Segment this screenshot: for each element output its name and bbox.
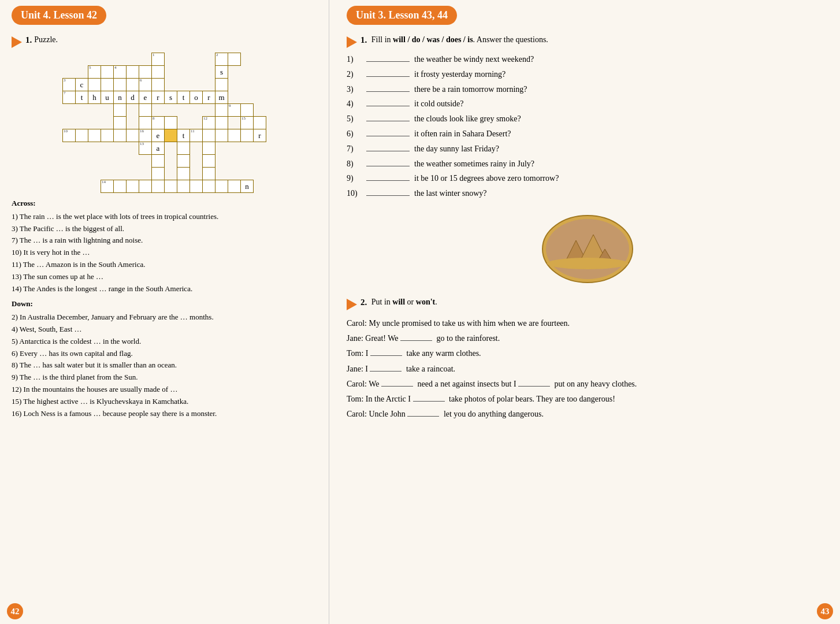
carol2-text3: put on any heavy clothes. — [552, 377, 637, 391]
down-clue-4: 4) West, South, East … — [12, 324, 317, 336]
page-container: Unit 4. Lesson 42 1. Puzzle. 1 — [0, 0, 840, 624]
q-num-5: 5) — [347, 112, 364, 126]
tom1-text: Tom: I — [347, 346, 370, 361]
jane1-blank[interactable] — [400, 332, 432, 341]
q-text-10: the last winter snowy? — [414, 187, 487, 200]
q-num-1: 1) — [347, 53, 364, 66]
clues-section: Across: 1) The rain … is the wet place w… — [12, 198, 317, 419]
image-area — [347, 209, 828, 289]
right-unit-header: Unit 3. Lesson 43, 44 — [347, 6, 457, 25]
exercise1-title: 1. Puzzle. — [12, 35, 317, 48]
questions-grid: 1) the weather be windy next weekend? 2)… — [347, 53, 828, 200]
q-blank-3[interactable] — [366, 83, 410, 92]
q-row-3: 3) there be a rain tomorrow morning? — [347, 83, 828, 96]
q-text-4: it cold outside? — [414, 97, 464, 111]
q-text-6: it often rain in Sahara Desert? — [414, 127, 511, 141]
tom2-blank[interactable] — [413, 392, 445, 402]
arrow-icon-right-2 — [347, 299, 357, 310]
q-row-8: 8) the weather sometimes rainy in July? — [347, 157, 828, 171]
q-text-5: the clouds look like grey smoke? — [414, 112, 521, 126]
q-blank-4[interactable] — [366, 97, 410, 106]
tom2-text: Tom: In the Arctic I — [347, 392, 413, 406]
exercise1-right-title: 1. Fill in will / do / was / does / is. … — [347, 35, 828, 48]
carol2-text2: need a net against insects but I — [415, 377, 518, 391]
exercise1-number: 1. — [25, 35, 32, 45]
q-row-5: 5) the clouds look like grey smoke? — [347, 112, 828, 126]
dialogue-line-jane1: Jane: Great! We go to the rainforest. — [347, 331, 828, 346]
q-blank-5[interactable] — [366, 112, 410, 121]
carol2-text: Carol: We — [347, 377, 381, 391]
q-blank-10[interactable] — [366, 187, 410, 196]
tom1-blank[interactable] — [370, 347, 402, 356]
q-num-2: 2) — [347, 68, 364, 81]
q-text-8: the weather sometimes rainy in July? — [414, 157, 534, 171]
q-blank-8[interactable] — [366, 157, 410, 166]
tom1-text2: take any warm clothes. — [404, 346, 481, 361]
left-page: Unit 4. Lesson 42 1. Puzzle. 1 — [0, 0, 329, 624]
dialogue-line-jane2: Jane: I take a raincoat. — [347, 362, 828, 376]
q-num-10: 10) — [347, 187, 364, 200]
q-blank-7[interactable] — [366, 142, 410, 151]
q-num-3: 3) — [347, 83, 364, 96]
down-clue-12: 12) In the mountains the houses are usua… — [12, 384, 317, 396]
jane1-text: Jane: Great! We — [347, 331, 400, 346]
svg-point-5 — [547, 258, 628, 269]
exercise1-right-intro: Fill in will / do / was / does / is. Ans… — [369, 35, 548, 44]
down-clue-2: 2) In Australia December, January and Fe… — [12, 311, 317, 324]
q-blank-2[interactable] — [366, 68, 410, 77]
q-row-9: 9) it be 10 or 15 degrees above zero tom… — [347, 172, 828, 185]
down-clue-16: 16) Loch Ness is a famous … because peop… — [12, 408, 317, 420]
arrow-icon-1 — [12, 36, 22, 48]
q-row-4: 4) it cold outside? — [347, 97, 828, 111]
dialogue-line-carol1: Carol: My uncle promised to take us with… — [347, 316, 828, 330]
dialogue-line-carol2: Carol: We need a net against insects but… — [347, 377, 828, 391]
left-unit-header: Unit 4. Lesson 42 — [12, 6, 106, 25]
exercise1-right-number: 1. — [360, 35, 367, 45]
q-num-6: 6) — [347, 127, 364, 141]
jane2-text: Jane: I — [347, 362, 370, 376]
q-blank-1[interactable] — [366, 53, 410, 62]
down-header: Down: — [12, 298, 317, 310]
dialogue-section: Carol: My uncle promised to take us with… — [347, 316, 828, 421]
down-clue-15: 15) The highest active … is Klyuchevskay… — [12, 396, 317, 408]
across-clue-13: 13) The sun comes up at he … — [12, 271, 317, 283]
q-row-2: 2) it frosty yesterday morning? — [347, 68, 828, 81]
carol3-blank[interactable] — [407, 407, 439, 417]
q-text-7: the day sunny last Friday? — [414, 142, 499, 156]
q-row-6: 6) it often rain in Sahara Desert? — [347, 127, 828, 141]
down-clue-5: 5) Antarctica is the coldest … in the wo… — [12, 336, 317, 348]
carol1-text: Carol: My uncle promised to take us with… — [347, 316, 570, 330]
page-number-left: 42 — [7, 603, 23, 619]
q-text-3: there be a rain tomorrow morning? — [414, 83, 527, 96]
dialogue-line-tom1: Tom: I take any warm clothes. — [347, 346, 828, 361]
pyramid-image — [541, 214, 634, 284]
carol2-blank2[interactable] — [518, 377, 550, 387]
dialogue-line-carol3: Carol: Uncle John let you do anything da… — [347, 407, 828, 421]
tom2-text2: take photos of polar bears. They are too… — [447, 392, 615, 406]
across-clue-14: 14) The Andes is the longest … range in … — [12, 283, 317, 295]
across-clue-7: 7) The … is a rain with lightning and no… — [12, 235, 317, 247]
right-page: Unit 3. Lesson 43, 44 1. Fill in will / … — [329, 0, 840, 624]
q-row-1: 1) the weather be windy next weekend? — [347, 53, 828, 66]
carol3-text: Carol: Uncle John — [347, 407, 407, 421]
exercise1-text: Puzzle. — [34, 35, 58, 44]
q-blank-9[interactable] — [366, 172, 410, 181]
q-num-7: 7) — [347, 142, 364, 156]
q-text-2: it frosty yesterday morning? — [414, 68, 506, 81]
crossword-grid: 1 2 5 4 s 3c — [62, 53, 266, 193]
across-clue-1: 1) The rain … is the wet place with lots… — [12, 211, 317, 223]
across-header: Across: — [12, 198, 317, 210]
down-clue-9: 9) The … is the third planet from the Su… — [12, 372, 317, 384]
carol3-text2: let you do anything dangerous. — [441, 407, 544, 421]
q-text-1: the weather be windy next weekend? — [414, 53, 534, 66]
q-row-10: 10) the last winter snowy? — [347, 187, 828, 200]
q-num-9: 9) — [347, 172, 364, 185]
carol2-blank1[interactable] — [381, 377, 413, 387]
q-blank-6[interactable] — [366, 127, 410, 136]
q-num-4: 4) — [347, 97, 364, 111]
jane2-blank[interactable] — [370, 362, 402, 372]
arrow-icon-right-1 — [347, 36, 357, 48]
jane2-text2: take a raincoat. — [404, 362, 455, 376]
down-clue-8: 8) The … has salt water but it is smalle… — [12, 359, 317, 372]
crossword-wrapper: 1 2 5 4 s 3c — [12, 53, 317, 193]
